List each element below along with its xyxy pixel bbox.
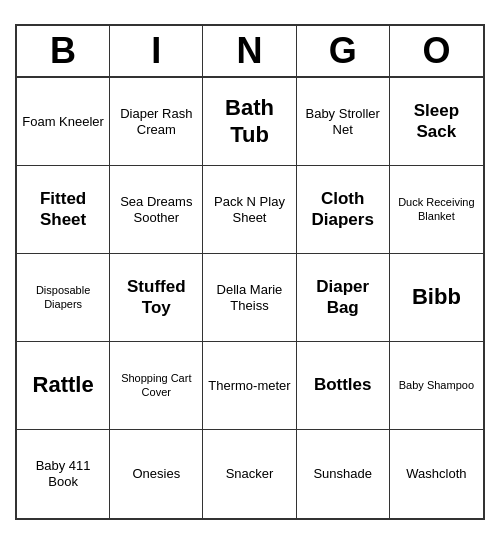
bingo-cell: Rattle xyxy=(17,342,110,430)
bingo-cell: Bibb xyxy=(390,254,483,342)
bingo-cell: Onesies xyxy=(110,430,203,518)
bingo-cell: Baby Shampoo xyxy=(390,342,483,430)
bingo-cell: Baby Stroller Net xyxy=(297,78,390,166)
bingo-cell: Snacker xyxy=(203,430,296,518)
header-letter: G xyxy=(297,26,390,76)
bingo-cell: Baby 411 Book xyxy=(17,430,110,518)
bingo-cell: Duck Receiving Blanket xyxy=(390,166,483,254)
header-letter: O xyxy=(390,26,483,76)
bingo-cell: Sunshade xyxy=(297,430,390,518)
header-letter: I xyxy=(110,26,203,76)
bingo-cell: Diaper Rash Cream xyxy=(110,78,203,166)
bingo-cell: Thermo-meter xyxy=(203,342,296,430)
header-letter: B xyxy=(17,26,110,76)
bingo-cell: Shopping Cart Cover xyxy=(110,342,203,430)
header-letter: N xyxy=(203,26,296,76)
bingo-card: BINGO Foam KneelerDiaper Rash CreamBath … xyxy=(15,24,485,520)
bingo-cell: Diaper Bag xyxy=(297,254,390,342)
bingo-cell: Stuffed Toy xyxy=(110,254,203,342)
bingo-cell: Cloth Diapers xyxy=(297,166,390,254)
bingo-cell: Pack N Play Sheet xyxy=(203,166,296,254)
bingo-cell: Foam Kneeler xyxy=(17,78,110,166)
bingo-cell: Fitted Sheet xyxy=(17,166,110,254)
bingo-cell: Della Marie Theiss xyxy=(203,254,296,342)
bingo-cell: Disposable Diapers xyxy=(17,254,110,342)
bingo-header: BINGO xyxy=(17,26,483,78)
bingo-cell: Washcloth xyxy=(390,430,483,518)
bingo-cell: Bath Tub xyxy=(203,78,296,166)
bingo-grid: Foam KneelerDiaper Rash CreamBath TubBab… xyxy=(17,78,483,518)
bingo-cell: Bottles xyxy=(297,342,390,430)
bingo-cell: Sleep Sack xyxy=(390,78,483,166)
bingo-cell: Sea Dreams Soother xyxy=(110,166,203,254)
